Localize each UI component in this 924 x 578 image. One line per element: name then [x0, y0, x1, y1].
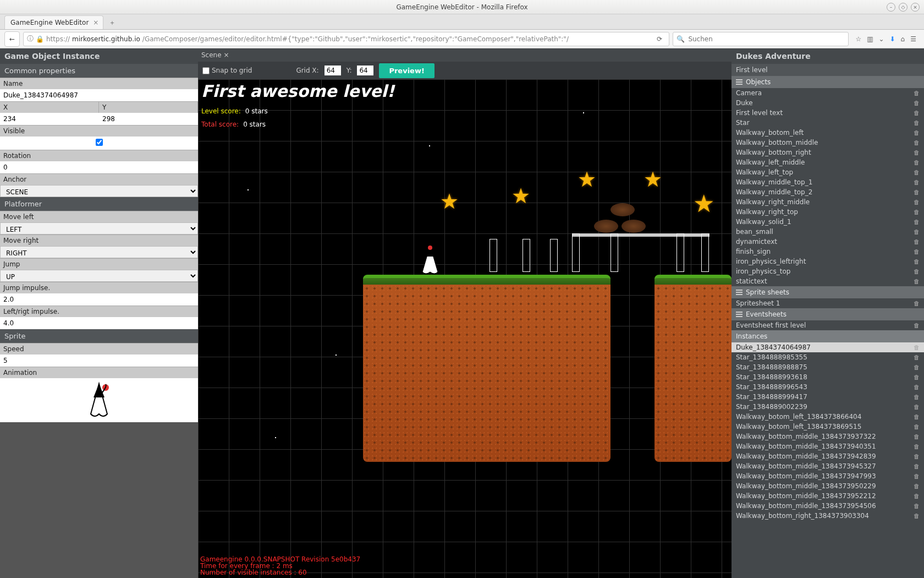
rotation-input[interactable] — [0, 161, 198, 173]
list-item[interactable]: statictext🗑 — [732, 276, 924, 286]
duke-object[interactable] — [418, 244, 442, 277]
delete-icon[interactable]: 🗑 — [914, 268, 920, 275]
delete-icon[interactable]: 🗑 — [914, 100, 920, 107]
delete-icon[interactable]: 🗑 — [914, 483, 920, 490]
star-object[interactable]: ★ — [512, 184, 530, 208]
objects-header[interactable]: Objects — [732, 76, 924, 88]
delete-icon[interactable]: 🗑 — [914, 238, 920, 246]
delete-icon[interactable]: 🗑 — [914, 443, 920, 450]
reload-icon[interactable]: ⟳ — [653, 33, 666, 45]
delete-icon[interactable]: 🗑 — [914, 110, 920, 117]
delete-icon[interactable]: 🗑 — [914, 179, 920, 186]
library-icon[interactable]: ▥ — [867, 35, 873, 43]
search-input[interactable] — [688, 35, 845, 43]
delete-icon[interactable]: 🗑 — [914, 394, 920, 401]
list-item[interactable]: finish_sign🗑 — [732, 247, 924, 257]
delete-icon[interactable]: 🗑 — [914, 453, 920, 460]
delete-icon[interactable]: 🗑 — [914, 90, 920, 97]
list-item[interactable]: Star_1384889002239🗑 — [732, 402, 924, 412]
list-item[interactable]: Walkway_middle_top_1🗑 — [732, 177, 924, 187]
bean-object[interactable] — [622, 220, 646, 233]
delete-icon[interactable]: 🗑 — [914, 413, 920, 421]
list-item[interactable]: Star_1384888999417🗑 — [732, 392, 924, 402]
delete-icon[interactable]: 🗑 — [914, 364, 920, 371]
scene-tab-close-icon[interactable]: × — [224, 51, 229, 59]
list-item[interactable]: Walkway_bottom_middle_1384373947993🗑 — [732, 471, 924, 481]
delete-icon[interactable]: 🗑 — [914, 300, 920, 307]
window-minimize-icon[interactable]: – — [887, 3, 895, 12]
list-item[interactable]: Eventsheet first level🗑 — [732, 320, 924, 330]
list-item[interactable]: dynamictext🗑 — [732, 237, 924, 247]
star-object[interactable]: ★ — [578, 167, 596, 192]
list-item[interactable]: Star_1384888993618🗑 — [732, 372, 924, 382]
delete-icon[interactable]: 🗑 — [914, 159, 920, 166]
list-item[interactable]: Walkway_left_middle🗑 — [732, 157, 924, 167]
list-item[interactable]: Walkway_bottom_middle_1384373937322🗑 — [732, 432, 924, 441]
downloads-icon[interactable]: ⬇ — [890, 35, 895, 43]
speed-input[interactable] — [0, 355, 198, 367]
delete-icon[interactable]: 🗑 — [914, 258, 920, 265]
list-item[interactable]: Duke🗑 — [732, 98, 924, 108]
delete-icon[interactable]: 🗑 — [914, 189, 920, 196]
list-item[interactable]: Walkway_botom_left_1384373869515🗑 — [732, 422, 924, 432]
delete-icon[interactable]: 🗑 — [914, 139, 920, 146]
delete-icon[interactable]: 🗑 — [914, 219, 920, 226]
delete-icon[interactable]: 🗑 — [914, 344, 920, 351]
delete-icon[interactable]: 🗑 — [914, 423, 920, 430]
physics-box[interactable] — [572, 233, 580, 272]
star-object[interactable]: ★ — [644, 167, 662, 192]
delete-icon[interactable]: 🗑 — [914, 503, 920, 510]
instances-header[interactable]: Instances — [732, 330, 924, 342]
star-object[interactable]: ★ — [440, 189, 459, 214]
list-item[interactable]: Walkway_bottom_middle_1384373940351🗑 — [732, 441, 924, 451]
list-item[interactable]: Walkway_bottom_middle_1384373945327🗑 — [732, 461, 924, 471]
window-close-icon[interactable]: × — [911, 3, 920, 12]
delete-icon[interactable]: 🗑 — [914, 354, 920, 361]
list-item[interactable]: Star_1384888985355🗑 — [732, 352, 924, 362]
delete-icon[interactable]: 🗑 — [914, 374, 920, 381]
list-item[interactable]: iron_physics_leftright🗑 — [732, 257, 924, 266]
delete-icon[interactable]: 🗑 — [914, 463, 920, 470]
delete-icon[interactable]: 🗑 — [914, 433, 920, 440]
scene-tab[interactable]: Scene — [201, 51, 222, 59]
delete-icon[interactable]: 🗑 — [914, 403, 920, 411]
delete-icon[interactable]: 🗑 — [914, 322, 920, 329]
delete-icon[interactable]: 🗑 — [914, 512, 920, 520]
bean-object[interactable] — [594, 220, 618, 233]
list-item[interactable]: Spritesheet 1🗑 — [732, 298, 924, 308]
menu-icon[interactable]: ☰ — [910, 35, 916, 43]
y-input[interactable] — [99, 113, 198, 125]
back-button[interactable]: ← — [4, 31, 20, 47]
list-item[interactable]: iron_physics_top🗑 — [732, 266, 924, 276]
search-bar[interactable]: 🔍 — [673, 32, 849, 46]
x-input[interactable] — [0, 113, 99, 125]
gridy-input[interactable] — [357, 66, 373, 75]
window-maximize-icon[interactable]: ◇ — [899, 3, 908, 12]
list-item[interactable]: Walkway_botom_left_1384373866404🗑 — [732, 412, 924, 422]
list-item[interactable]: Star🗑 — [732, 118, 924, 128]
iron-physics-top[interactable] — [572, 233, 710, 237]
snap-to-grid-control[interactable]: Snap to grid — [202, 67, 252, 74]
delete-icon[interactable]: 🗑 — [914, 199, 920, 206]
list-item[interactable]: Walkway_botom_left🗑 — [732, 128, 924, 138]
delete-icon[interactable]: 🗑 — [914, 473, 920, 480]
events-header[interactable]: Eventsheets — [732, 308, 924, 320]
pocket-icon[interactable]: ⌄ — [878, 35, 884, 43]
delete-icon[interactable]: 🗑 — [914, 228, 920, 236]
list-item[interactable]: Walkway_left_top🗑 — [732, 167, 924, 177]
physics-box[interactable] — [490, 239, 497, 272]
list-item[interactable]: Walkway_bottom_middle🗑 — [732, 138, 924, 148]
delete-icon[interactable]: 🗑 — [914, 384, 920, 391]
move-left-select[interactable]: LEFT — [0, 222, 198, 235]
physics-box[interactable] — [701, 233, 709, 272]
browser-tab[interactable]: GameEngine WebEditor × — [4, 15, 103, 29]
delete-icon[interactable]: 🗑 — [914, 278, 920, 285]
delete-icon[interactable]: 🗑 — [914, 169, 920, 176]
new-tab-button[interactable]: ＋ — [107, 17, 118, 28]
list-item[interactable]: bean_small🗑 — [732, 227, 924, 237]
physics-box[interactable] — [676, 233, 684, 272]
walkway-ground[interactable] — [363, 275, 610, 462]
delete-icon[interactable]: 🗑 — [914, 149, 920, 156]
list-item[interactable]: First level text🗑 — [732, 108, 924, 118]
list-item[interactable]: Walkway_bottom_right🗑 — [732, 148, 924, 157]
